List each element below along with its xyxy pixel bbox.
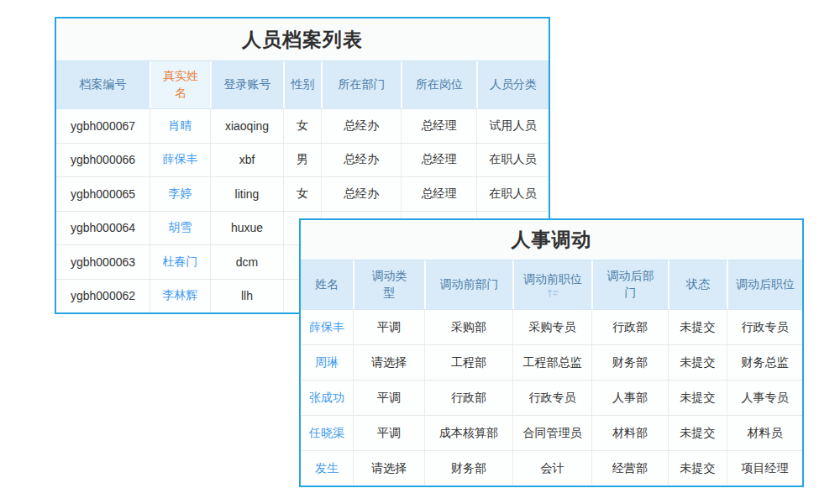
table-cell: 在职人员 bbox=[476, 144, 549, 177]
table-cell: 请选择 bbox=[353, 451, 424, 486]
table-cell: 平调 bbox=[353, 416, 424, 450]
table-cell: 会计 bbox=[512, 451, 591, 486]
col-header-label: 真实姓名 bbox=[160, 68, 201, 101]
col-header-personnel-category[interactable]: 人员分类 bbox=[476, 61, 549, 108]
person-name-link[interactable]: 薛保丰 bbox=[150, 144, 210, 177]
table-cell: 总经理 bbox=[401, 109, 476, 143]
col-header-gender[interactable]: 性别 bbox=[283, 61, 321, 108]
table-cell: 未提交 bbox=[668, 381, 727, 415]
table-cell: 经营部 bbox=[591, 451, 668, 486]
archive-table-header-row: 档案编号 真实姓名 登录账号 性别 所在部门 所在岗位 人员分类 bbox=[56, 61, 549, 108]
col-header-archive-no[interactable]: 档案编号 bbox=[56, 61, 150, 108]
person-name-link[interactable]: 周琳 bbox=[301, 345, 353, 380]
table-cell: 成本核算部 bbox=[424, 416, 512, 450]
table-cell: 行政专员 bbox=[727, 310, 802, 344]
col-header-label: 所在部门 bbox=[339, 76, 386, 93]
table-cell: 合同管理员 bbox=[512, 416, 591, 450]
table-cell: 平调 bbox=[353, 381, 424, 415]
col-header-label: 调动类型 bbox=[366, 268, 412, 301]
col-header-pre-transfer-position[interactable]: 调动前职位 bbox=[512, 260, 591, 309]
table-cell: 总经办 bbox=[321, 144, 401, 177]
table-cell: 采购部 bbox=[424, 310, 512, 344]
table-cell: 试用人员 bbox=[476, 109, 549, 143]
col-header-label: 调动前部门 bbox=[440, 276, 499, 293]
transfer-panel-title: 人事调动 bbox=[301, 220, 802, 260]
person-name-link[interactable]: 肖晴 bbox=[150, 109, 210, 143]
col-header-label: 登录账号 bbox=[224, 76, 271, 93]
person-name-link[interactable]: 李婷 bbox=[150, 177, 210, 211]
person-name-link[interactable]: 任晓渠 bbox=[301, 416, 353, 450]
table-cell: 男 bbox=[283, 144, 321, 177]
table-row: ygbh000066薛保丰xbf男总经办总经理在职人员 bbox=[56, 143, 549, 177]
table-row: 周琳请选择工程部工程部总监财务部未提交财务总监 bbox=[301, 344, 802, 380]
table-cell: 总经理 bbox=[401, 177, 476, 211]
table-cell: xiaoqing bbox=[210, 109, 283, 143]
table-cell: ygbh000062 bbox=[56, 280, 150, 313]
table-row: ygbh000067肖晴xiaoqing女总经办总经理试用人员 bbox=[56, 108, 549, 143]
col-header-label: 状态 bbox=[686, 276, 710, 293]
table-cell: 女 bbox=[283, 177, 321, 211]
table-cell: 财务部 bbox=[424, 451, 512, 486]
table-cell: 材料部 bbox=[591, 416, 668, 450]
table-cell: ygbh000064 bbox=[56, 212, 150, 245]
col-header-real-name[interactable]: 真实姓名 bbox=[150, 61, 210, 108]
col-header-post-transfer-position[interactable]: 调动后职位 bbox=[727, 260, 802, 309]
table-cell: liting bbox=[210, 177, 283, 211]
table-cell: 工程部 bbox=[424, 345, 512, 380]
col-header-position[interactable]: 所在岗位 bbox=[401, 61, 476, 108]
table-cell: llh bbox=[210, 280, 283, 313]
col-header-label: 调动后职位 bbox=[736, 276, 795, 293]
table-cell: 总经理 bbox=[401, 144, 476, 177]
table-cell: 总经办 bbox=[321, 109, 401, 143]
col-header-label: 调动后部门 bbox=[605, 268, 657, 301]
col-header-pre-transfer-dept[interactable]: 调动前部门 bbox=[424, 260, 512, 309]
table-cell: ygbh000066 bbox=[56, 144, 150, 177]
table-cell: 平调 bbox=[353, 310, 424, 344]
col-header-name[interactable]: 姓名 bbox=[301, 260, 353, 309]
table-cell: 未提交 bbox=[668, 416, 727, 450]
sort-icon[interactable] bbox=[547, 288, 559, 298]
person-name-link[interactable]: 胡雪 bbox=[150, 212, 210, 245]
table-cell: dcm bbox=[210, 245, 283, 279]
table-row: 任晓渠平调成本核算部合同管理员材料部未提交材料员 bbox=[301, 415, 802, 450]
col-header-post-transfer-dept[interactable]: 调动后部门 bbox=[591, 260, 668, 309]
table-cell: 财务总监 bbox=[727, 345, 802, 380]
col-header-label: 姓名 bbox=[315, 276, 339, 293]
table-row: 薛保丰平调采购部采购专员行政部未提交行政专员 bbox=[301, 309, 802, 344]
col-header-label: 调动前职位 bbox=[523, 271, 582, 288]
col-header-transfer-type[interactable]: 调动类型 bbox=[353, 260, 424, 309]
archive-panel-title: 人员档案列表 bbox=[56, 18, 549, 61]
table-cell: xbf bbox=[210, 144, 283, 177]
table-cell: 请选择 bbox=[353, 345, 424, 380]
person-name-link[interactable]: 薛保丰 bbox=[301, 310, 353, 344]
person-name-link[interactable]: 杜春门 bbox=[150, 245, 210, 279]
col-header-label: 档案编号 bbox=[80, 76, 127, 93]
person-name-link[interactable]: 李林辉 bbox=[150, 280, 210, 313]
table-cell: 工程部总监 bbox=[512, 345, 591, 380]
table-cell: 人事专员 bbox=[727, 381, 802, 415]
col-header-label: 人员分类 bbox=[490, 76, 537, 93]
col-header-status[interactable]: 状态 bbox=[668, 260, 727, 309]
table-row: 张成功平调行政部行政专员人事部未提交人事专员 bbox=[301, 380, 802, 415]
col-header-label: 性别 bbox=[291, 76, 315, 93]
transfer-table-body: 薛保丰平调采购部采购专员行政部未提交行政专员周琳请选择工程部工程部总监财务部未提… bbox=[301, 309, 802, 486]
table-cell: 人事部 bbox=[591, 381, 668, 415]
table-cell: 未提交 bbox=[668, 345, 727, 380]
table-cell: 材料员 bbox=[727, 416, 802, 450]
person-name-link[interactable]: 发生 bbox=[301, 451, 353, 486]
table-row: ygbh000065李婷liting女总经办总经理在职人员 bbox=[56, 176, 549, 211]
table-cell: 在职人员 bbox=[476, 177, 549, 211]
table-cell: 财务部 bbox=[591, 345, 668, 380]
person-name-link[interactable]: 张成功 bbox=[301, 381, 353, 415]
table-cell: 女 bbox=[283, 109, 321, 143]
table-cell: 未提交 bbox=[668, 451, 727, 486]
table-cell: 行政部 bbox=[424, 381, 512, 415]
table-cell: 总经办 bbox=[321, 177, 401, 211]
table-cell: 未提交 bbox=[668, 310, 727, 344]
col-header-login-account[interactable]: 登录账号 bbox=[210, 61, 283, 108]
transfer-table-header-row: 姓名 调动类型 调动前部门 调动前职位 调动后部门 状态 调动后职位 bbox=[301, 260, 802, 309]
table-cell: 采购专员 bbox=[512, 310, 591, 344]
table-cell: huxue bbox=[210, 212, 283, 245]
col-header-department[interactable]: 所在部门 bbox=[321, 61, 401, 108]
table-row: 发生请选择财务部会计经营部未提交项目经理 bbox=[301, 450, 802, 486]
